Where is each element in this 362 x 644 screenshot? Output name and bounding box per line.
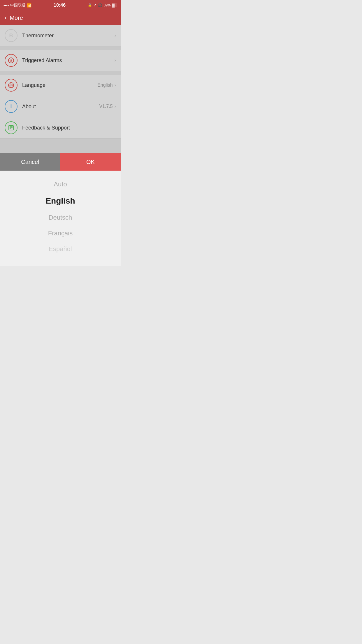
nav-title: More (10, 15, 23, 21)
signal-icon: ▪▪▪▪ (3, 3, 9, 8)
menu-item-language[interactable]: Language English › (0, 75, 121, 96)
info-icon: i (5, 100, 17, 113)
menu-label-thermometer: Thermometer (22, 33, 115, 39)
cancel-button[interactable]: Cancel (0, 153, 60, 171)
menu-label-language: Language (22, 82, 97, 88)
alarm-icon (5, 54, 17, 67)
language-picker: Auto English Deutsch Français Español (0, 171, 121, 266)
language-value: English (97, 83, 113, 88)
menu-item-about[interactable]: i About V1.7.5 › (0, 96, 121, 117)
svg-point-3 (11, 59, 12, 60)
feedback-icon (5, 121, 17, 134)
ok-button[interactable]: OK (60, 153, 121, 171)
menu-item-triggered-alarms[interactable]: Triggered Alarms › (0, 50, 121, 71)
chevron-icon: › (115, 58, 116, 63)
chevron-icon: › (115, 33, 116, 38)
location-icon: ↗ (94, 3, 96, 7)
status-left: ▪▪▪▪ 中国联通 📶 (3, 3, 31, 8)
lock-icon: 🔒 (88, 3, 92, 7)
carrier-label: 中国联通 (10, 3, 25, 8)
status-bar: ▪▪▪▪ 中国联通 📶 10:46 🔒 ↗ 🎧 39% ▓░ (0, 0, 121, 10)
thermometer-icon: B (5, 29, 17, 42)
wifi-icon: 📶 (27, 3, 31, 8)
picker-item-deutsch[interactable]: Deutsch (0, 210, 121, 225)
headphone-icon: 🎧 (98, 3, 102, 7)
section-gap-1 (0, 46, 121, 50)
empty-area (0, 139, 121, 153)
status-right: 🔒 ↗ 🎧 39% ▓░ (88, 3, 117, 7)
svg-rect-7 (9, 125, 13, 130)
dialog-buttons: Cancel OK (0, 153, 121, 171)
picker-item-english[interactable]: English (0, 192, 121, 210)
language-icon (5, 79, 17, 92)
menu-label-about: About (22, 104, 99, 110)
chevron-icon: › (115, 83, 116, 88)
menu-item-thermometer[interactable]: B Thermometer › (0, 25, 121, 46)
section-gap-2 (0, 71, 121, 75)
chevron-icon: › (115, 104, 116, 109)
svg-point-11 (10, 127, 10, 127)
about-version: V1.7.5 (99, 104, 113, 109)
back-button[interactable]: ‹ (5, 14, 7, 22)
battery-label: 39% (104, 3, 111, 7)
status-time: 10:46 (54, 3, 66, 8)
picker-item-espanol[interactable]: Español (0, 241, 121, 257)
menu-label-triggered-alarms: Triggered Alarms (22, 57, 115, 64)
menu-item-feedback[interactable]: Feedback & Support (0, 117, 121, 139)
picker-item-auto[interactable]: Auto (0, 176, 121, 192)
menu-label-feedback: Feedback & Support (22, 125, 116, 131)
nav-bar: ‹ More (0, 10, 121, 25)
menu-section: B Thermometer › Triggered Alarms › (0, 25, 121, 139)
picker-item-francais[interactable]: Français (0, 225, 121, 241)
battery-icon: ▓░ (112, 3, 117, 7)
